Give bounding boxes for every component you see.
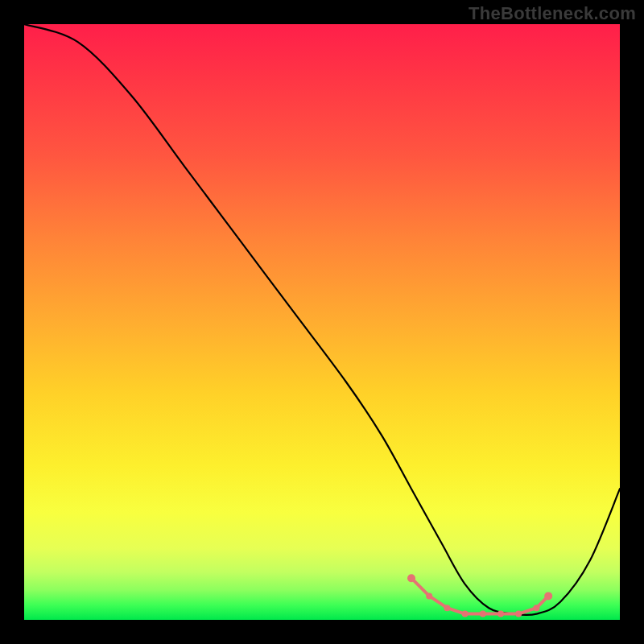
marker-connector	[429, 596, 447, 608]
plot-area	[24, 24, 620, 620]
marker-dot	[544, 592, 552, 600]
curve-path	[24, 24, 620, 615]
watermark-text: TheBottleneck.com	[469, 3, 636, 24]
bottleneck-curve	[24, 24, 620, 620]
marker-group	[407, 574, 552, 617]
chart-frame: TheBottleneck.com	[0, 0, 644, 644]
marker-connector	[411, 578, 429, 596]
